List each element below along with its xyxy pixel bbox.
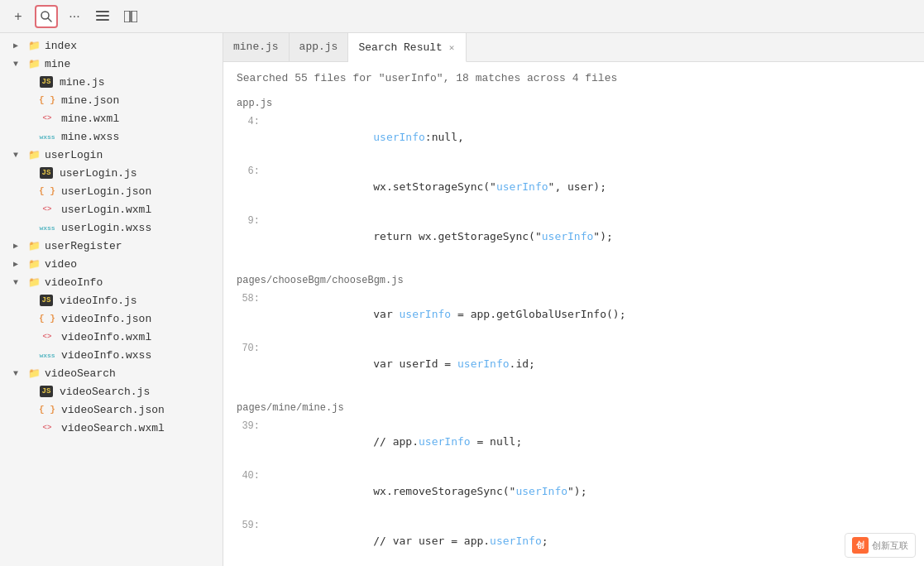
js-icon: JS (40, 167, 53, 179)
file-path: app.js (237, 98, 911, 109)
folder-icon: 📁 (26, 57, 41, 70)
svg-rect-4 (96, 19, 109, 21)
sidebar-item-label: videoInfo.wxml (61, 331, 151, 343)
code-text: var (347, 308, 400, 320)
main-layout: ▶ 📁 index ▼ 📁 mine JS mine.js { } mine.j… (0, 33, 924, 566)
tab-label: mine.js (233, 41, 279, 53)
sidebar-item-videoinfo-wxml[interactable]: <> videoInfo.wxml (0, 328, 223, 346)
list-button[interactable] (91, 5, 114, 28)
wxss-icon: wxss (40, 130, 55, 143)
code-text: "); (593, 230, 612, 242)
result-line: 6: wx.setStorageSync("userInfo", user); (237, 162, 911, 212)
sidebar-item-label: videoSearch.json (61, 404, 165, 416)
folder-icon: 📁 (26, 39, 41, 52)
code-text: wx.setStorageSync(" (347, 180, 496, 193)
line-number: 6: (237, 163, 270, 180)
sidebar-item-mine-wxss[interactable]: wxss mine.wxss (0, 127, 223, 146)
json-icon: { } (40, 312, 55, 325)
code-text: = app.getGlobalUserInfo(); (451, 308, 625, 320)
arrow-icon: ▶ (13, 259, 26, 269)
sidebar-item-videosearch-json[interactable]: { } videoSearch.json (0, 401, 223, 419)
sidebar-item-mine-js[interactable]: JS mine.js (0, 73, 223, 91)
add-button[interactable]: + (7, 5, 30, 28)
line-number: 58: (237, 290, 270, 307)
toolbar: + ··· (0, 0, 924, 33)
svg-rect-3 (96, 15, 109, 17)
tab-close-button[interactable]: ✕ (448, 41, 457, 55)
sidebar-item-label: userLogin.js (60, 167, 137, 180)
result-line: 40: wx.removeStorageSync("userInfo"); (237, 467, 911, 516)
result-line: 9: return wx.getStorageSync("userInfo"); (237, 212, 911, 261)
svg-rect-7 (132, 11, 137, 22)
folder-icon: 📁 (26, 148, 41, 161)
folder-icon: 📁 (26, 239, 41, 252)
sidebar-item-userlogin[interactable]: ▼ 📁 userLogin (0, 146, 223, 164)
sidebar-item-videoinfo-json[interactable]: { } videoInfo.json (0, 309, 223, 328)
sidebar-item-videoinfo[interactable]: ▼ 📁 videoInfo (0, 273, 223, 291)
sidebar-item-userlogin-wxss[interactable]: wxss userLogin.wxss (0, 218, 223, 237)
sidebar-item-video[interactable]: ▶ 📁 video (0, 255, 223, 273)
file-section-appjs: app.js 4: userInfo:null, 6: wx.setStorag… (237, 98, 911, 261)
line-number: 40: (237, 468, 270, 484)
line-code: wx.removeStorageSync("userInfo"); (270, 467, 587, 516)
search-button[interactable] (35, 5, 58, 28)
watermark-logo: 创 (852, 537, 869, 554)
sidebar-item-mine-wxml[interactable]: <> mine.wxml (0, 109, 223, 127)
sidebar-item-userlogin-wxml[interactable]: <> userLogin.wxml (0, 200, 223, 218)
sidebar-item-userlogin-js[interactable]: JS userLogin.js (0, 164, 223, 182)
search-result-content: Searched 55 files for "userInfo", 18 mat… (223, 62, 924, 566)
sidebar-item-label: videoInfo.json (61, 313, 151, 325)
sidebar-item-label: mine.js (60, 76, 105, 89)
sidebar-item-videosearch-wxml[interactable]: <> videoSearch.wxml (0, 419, 223, 437)
line-number: 70: (237, 340, 270, 357)
line-code: userInfo:null, (270, 113, 464, 162)
more-button[interactable]: ··· (63, 5, 86, 28)
watermark-text: 创新互联 (872, 540, 908, 552)
right-panel: mine.js app.js Search Result ✕ Searched … (223, 33, 924, 566)
wxss-icon: wxss (40, 348, 55, 362)
line-code: var userId = userInfo.id; (270, 339, 535, 389)
sidebar: ▶ 📁 index ▼ 📁 mine JS mine.js { } mine.j… (0, 33, 223, 566)
sidebar-item-mine-json[interactable]: { } mine.json (0, 91, 223, 109)
sidebar-item-label: userRegister (45, 240, 122, 252)
line-code: return wx.getStorageSync("userInfo"); (270, 212, 613, 261)
sidebar-item-label: videoInfo.js (60, 295, 137, 307)
tab-mine-js[interactable]: mine.js (223, 33, 290, 61)
sidebar-item-label: mine.json (61, 94, 119, 107)
svg-line-1 (48, 18, 51, 22)
sidebar-item-label: mine.wxml (61, 113, 119, 125)
js-icon: JS (40, 76, 53, 88)
sidebar-item-label: mine.wxss (61, 131, 119, 143)
code-text: :null, (425, 131, 464, 143)
sidebar-item-videoinfo-wxss[interactable]: wxss videoInfo.wxss (0, 346, 223, 364)
file-section-mine: pages/mine/mine.js 39: // app.userInfo =… (237, 402, 911, 566)
folder-icon: 📁 (26, 367, 41, 380)
watermark: 创 创新互联 (845, 533, 916, 558)
sidebar-item-mine[interactable]: ▼ 📁 mine (0, 55, 223, 73)
line-number: 4: (237, 113, 270, 130)
arrow-icon: ▶ (13, 41, 26, 50)
result-line: 58: var userInfo = app.getGlobalUserInfo… (237, 290, 911, 339)
highlight-text: userInfo (400, 308, 452, 320)
sidebar-item-videosearch-js[interactable]: JS videoSearch.js (0, 382, 223, 401)
sidebar-item-label: videoInfo.wxss (61, 349, 151, 362)
sidebar-item-videoinfo-js[interactable]: JS videoInfo.js (0, 291, 223, 309)
sidebar-item-index[interactable]: ▶ 📁 index (0, 36, 223, 55)
arrow-icon: ▼ (13, 369, 26, 378)
split-button[interactable] (119, 5, 142, 28)
sidebar-item-userlogin-json[interactable]: { } userLogin.json (0, 182, 223, 200)
sidebar-item-label: userLogin.wxss (61, 222, 151, 234)
tab-app-js[interactable]: app.js (290, 33, 349, 61)
tabs-bar: mine.js app.js Search Result ✕ (223, 33, 924, 62)
tab-search-result[interactable]: Search Result ✕ (348, 33, 467, 62)
sidebar-item-videosearch[interactable]: ▼ 📁 videoSearch (0, 364, 223, 382)
arrow-icon: ▶ (13, 241, 26, 251)
line-number: 9: (237, 213, 270, 229)
sidebar-item-label: userLogin (45, 149, 103, 161)
sidebar-item-label: index (45, 40, 77, 52)
code-text: .id; (510, 357, 535, 370)
sidebar-item-label: mine (45, 58, 70, 70)
sidebar-item-userregister[interactable]: ▶ 📁 userRegister (0, 237, 223, 255)
wxml-icon: <> (40, 330, 55, 343)
highlight-text: userInfo (373, 131, 425, 143)
